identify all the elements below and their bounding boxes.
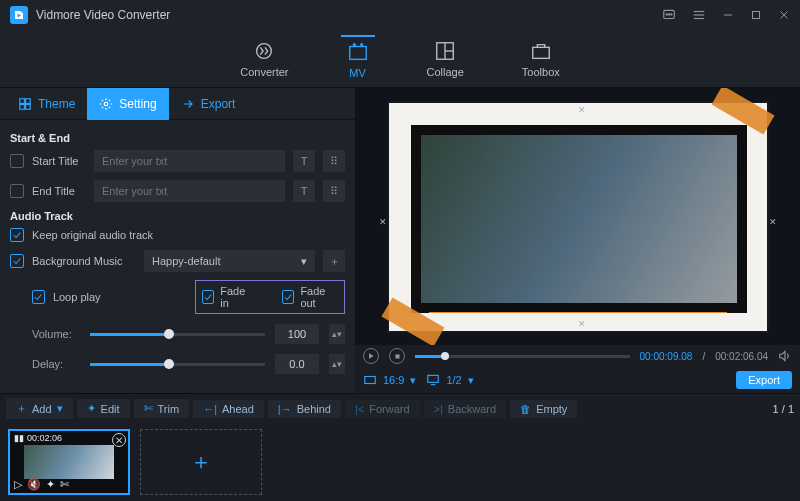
- svg-marker-27: [780, 351, 785, 360]
- delay-label: Delay:: [32, 358, 80, 370]
- wand-icon[interactable]: ✦: [46, 478, 55, 491]
- bgm-checkbox[interactable]: [10, 254, 24, 268]
- app-logo: [10, 6, 28, 24]
- underline-decor: [429, 312, 727, 313]
- svg-point-24: [105, 102, 109, 106]
- keep-audio-checkbox[interactable]: [10, 228, 24, 242]
- bgm-value: Happy-default: [152, 255, 221, 267]
- options-bar: 16:9 ▾ 1/2 ▾ Export: [355, 367, 800, 393]
- fadein-checkbox[interactable]: [202, 290, 214, 304]
- trash-icon: 🗑: [520, 403, 531, 415]
- delay-row: Delay: 0.0 ▴▾: [32, 354, 345, 374]
- svg-rect-23: [26, 104, 31, 109]
- aspect-ratio-select[interactable]: 16:9 ▾: [363, 373, 416, 387]
- add-button[interactable]: ＋Add▾: [6, 398, 73, 419]
- nav-collage[interactable]: Collage: [421, 36, 470, 82]
- clip-duration: 00:02:06: [27, 433, 62, 443]
- empty-button[interactable]: 🗑Empty: [510, 400, 577, 418]
- svg-rect-21: [26, 98, 31, 103]
- gear-icon: [99, 97, 113, 111]
- preview-canvas[interactable]: ✕ ✕ ✕ ✕: [387, 101, 769, 333]
- svg-rect-26: [395, 354, 399, 358]
- theme-icon: [18, 97, 32, 111]
- play-button[interactable]: [363, 348, 379, 364]
- svg-rect-13: [349, 46, 366, 59]
- pager: 1 / 1: [773, 403, 794, 415]
- menu-icon[interactable]: [692, 8, 706, 22]
- display-select[interactable]: 1/2 ▾: [426, 373, 473, 387]
- feedback-icon[interactable]: [662, 8, 676, 22]
- maximize-icon[interactable]: [750, 9, 762, 21]
- start-end-heading: Start & End: [10, 132, 345, 144]
- font-button[interactable]: T: [293, 180, 315, 202]
- tab-setting[interactable]: Setting: [87, 88, 168, 120]
- btn-label: Ahead: [222, 403, 254, 415]
- collage-icon: [434, 40, 456, 62]
- start-title-label: Start Title: [32, 155, 86, 167]
- start-title-checkbox[interactable]: [10, 154, 24, 168]
- edit-button[interactable]: ✦Edit: [77, 399, 130, 418]
- clip-tray: ▮▮00:02:06 ✕ ▷ 🔇 ✦ ✄ ＋: [0, 423, 800, 501]
- mv-icon: [347, 41, 369, 63]
- end-title-input[interactable]: [94, 180, 285, 202]
- forward-button[interactable]: |<Forward: [345, 400, 420, 418]
- scissors-icon[interactable]: ✄: [60, 478, 69, 491]
- resize-handle[interactable]: ✕: [769, 217, 777, 227]
- btn-label: Edit: [101, 403, 120, 415]
- backward-button[interactable]: >|Backward: [424, 400, 507, 418]
- nav-toolbox[interactable]: Toolbox: [516, 36, 566, 82]
- add-clip-button[interactable]: ＋: [140, 429, 262, 495]
- add-bgm-button[interactable]: ＋: [323, 250, 345, 272]
- btn-label: Empty: [536, 403, 567, 415]
- volume-slider[interactable]: [90, 333, 265, 336]
- clip-thumbnail[interactable]: ▮▮00:02:06 ✕ ▷ 🔇 ✦ ✄: [8, 429, 130, 495]
- start-title-input[interactable]: [94, 150, 285, 172]
- font-button[interactable]: T: [293, 150, 315, 172]
- tab-theme[interactable]: Theme: [6, 88, 87, 120]
- delete-clip-button[interactable]: ✕: [112, 433, 126, 447]
- nav-mv[interactable]: MV: [341, 35, 375, 83]
- export-button[interactable]: Export: [736, 371, 792, 389]
- delay-step[interactable]: ▴▾: [329, 354, 345, 374]
- player-bar: 00:00:09.08/00:02:06.04: [355, 345, 800, 367]
- svg-point-12: [257, 43, 272, 58]
- progress-slider[interactable]: [415, 355, 630, 358]
- chevron-down-icon: ▾: [410, 374, 416, 387]
- play-icon[interactable]: ▷: [14, 478, 22, 491]
- svg-point-15: [360, 43, 362, 45]
- stop-button[interactable]: [389, 348, 405, 364]
- start-title-row: Start Title T ⠿: [10, 150, 345, 172]
- svg-point-4: [671, 14, 672, 15]
- delay-value[interactable]: 0.0: [275, 354, 319, 374]
- tab-export[interactable]: Export: [169, 88, 248, 120]
- svg-rect-19: [533, 47, 550, 58]
- chevron-down-icon: ▾: [468, 374, 474, 387]
- style-button[interactable]: ⠿: [323, 180, 345, 202]
- resize-handle[interactable]: ✕: [379, 217, 387, 227]
- settings-panel: Theme Setting Export Start & End Start T…: [0, 88, 355, 393]
- loop-checkbox[interactable]: [32, 290, 45, 304]
- resize-handle[interactable]: ✕: [578, 319, 586, 329]
- close-icon[interactable]: [778, 9, 790, 21]
- behind-button[interactable]: |→Behind: [268, 400, 341, 418]
- minimize-icon[interactable]: [722, 9, 734, 21]
- volume-icon[interactable]: [778, 349, 792, 363]
- mute-icon[interactable]: 🔇: [27, 478, 41, 491]
- volume-step[interactable]: ▴▾: [329, 324, 345, 344]
- volume-value[interactable]: 100: [275, 324, 319, 344]
- delay-slider[interactable]: [90, 363, 265, 366]
- audio-heading: Audio Track: [10, 210, 345, 222]
- end-title-checkbox[interactable]: [10, 184, 24, 198]
- trim-button[interactable]: ✄Trim: [134, 399, 190, 418]
- fadeout-checkbox[interactable]: [282, 290, 294, 304]
- svg-rect-28: [365, 377, 376, 384]
- btn-label: Forward: [369, 403, 409, 415]
- nav-converter[interactable]: Converter: [234, 36, 294, 82]
- ahead-button[interactable]: ←|Ahead: [193, 400, 264, 418]
- volume-row: Volume: 100 ▴▾: [32, 324, 345, 344]
- bgm-select[interactable]: Happy-default ▾: [144, 250, 315, 272]
- style-button[interactable]: ⠿: [323, 150, 345, 172]
- nav-label: Converter: [240, 66, 288, 78]
- resize-handle[interactable]: ✕: [578, 105, 586, 115]
- film-icon: ▮▮: [14, 433, 24, 443]
